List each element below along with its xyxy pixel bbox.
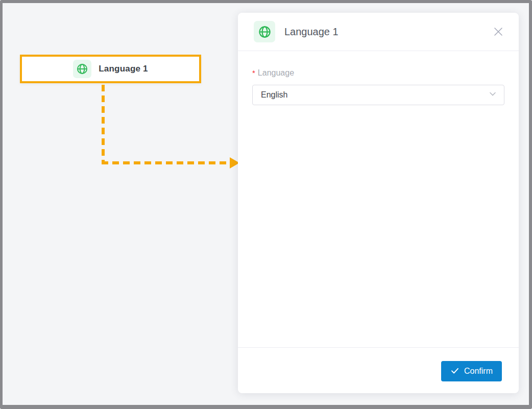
language-label-text: Language bbox=[258, 68, 294, 77]
chevron-down-icon bbox=[489, 90, 497, 100]
connector-edge-vertical bbox=[102, 85, 105, 161]
node-label: Language 1 bbox=[99, 64, 148, 74]
check-icon bbox=[450, 366, 460, 377]
close-icon[interactable] bbox=[491, 25, 505, 39]
panel-title: Language 1 bbox=[284, 26, 491, 38]
panel-footer: Confirm bbox=[238, 347, 519, 393]
language-field-label: *Language bbox=[252, 68, 504, 78]
flow-canvas: Language 1 Language 1 bbox=[3, 3, 529, 405]
language-select-value: English bbox=[261, 90, 489, 100]
window-frame: Language 1 Language 1 bbox=[0, 0, 532, 409]
panel-body: *Language English bbox=[238, 51, 519, 105]
node-config-panel: Language 1 *Language English bbox=[238, 13, 519, 393]
globe-icon bbox=[254, 21, 275, 42]
globe-icon bbox=[73, 60, 91, 78]
required-marker: * bbox=[252, 68, 255, 77]
language-select[interactable]: English bbox=[252, 85, 504, 105]
flow-node-language[interactable]: Language 1 bbox=[20, 55, 201, 83]
confirm-button[interactable]: Confirm bbox=[441, 361, 502, 381]
connector-edge-horizontal bbox=[102, 161, 230, 164]
panel-header: Language 1 bbox=[238, 13, 519, 51]
confirm-button-label: Confirm bbox=[464, 367, 493, 376]
